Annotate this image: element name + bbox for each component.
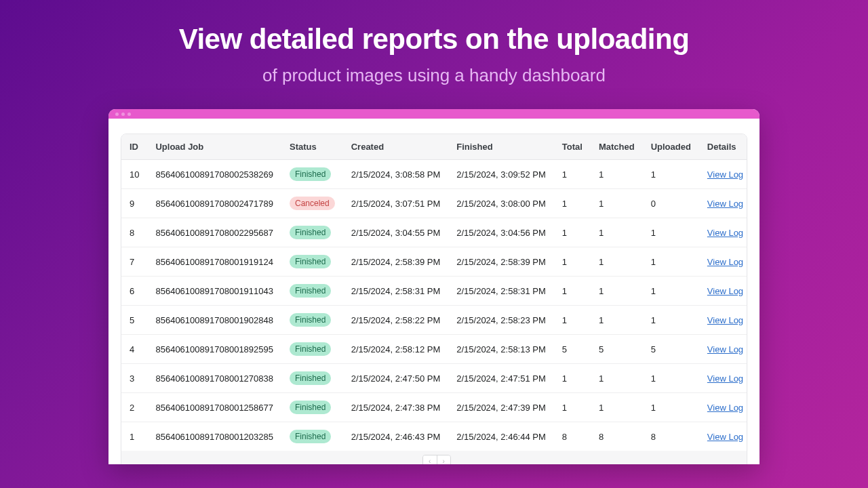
cell-details: View Log xyxy=(699,393,747,422)
view-log-link[interactable]: View Log xyxy=(707,286,743,296)
status-badge: Finished xyxy=(290,167,331,181)
cell-finished: 2/15/2024, 3:09:52 PM xyxy=(448,160,554,189)
cell-status: Finished xyxy=(281,247,343,277)
cell-id: 7 xyxy=(121,247,147,277)
table-row: 3856406100891708001270838Finished2/15/20… xyxy=(121,364,747,393)
view-log-link[interactable]: View Log xyxy=(707,403,743,413)
cell-total: 1 xyxy=(554,247,591,277)
minimize-icon xyxy=(121,113,125,116)
cell-total: 5 xyxy=(554,335,591,364)
cell-status: Canceled xyxy=(281,189,343,218)
status-badge: Finished xyxy=(290,371,331,385)
cell-status: Finished xyxy=(281,306,343,335)
cell-matched: 1 xyxy=(591,218,643,247)
cell-total: 8 xyxy=(554,422,591,451)
cell-job: 856406100891708002538269 xyxy=(147,160,281,189)
cell-status: Finished xyxy=(281,218,343,247)
cell-finished: 2/15/2024, 2:58:39 PM xyxy=(448,247,554,277)
pager-next-button[interactable]: › xyxy=(437,455,450,464)
cell-finished: 2/15/2024, 3:08:00 PM xyxy=(448,189,554,218)
status-badge: Finished xyxy=(290,342,331,356)
table-row: 4856406100891708001892595Finished2/15/20… xyxy=(121,335,747,364)
view-log-link[interactable]: View Log xyxy=(707,169,743,180)
view-log-link[interactable]: View Log xyxy=(707,257,743,267)
view-log-link[interactable]: View Log xyxy=(707,228,743,238)
cell-matched: 1 xyxy=(591,189,643,218)
col-header-id: ID xyxy=(121,134,147,160)
cell-status: Finished xyxy=(281,393,343,422)
view-log-link[interactable]: View Log xyxy=(707,432,743,442)
jobs-table-head: ID Upload Job Status Created Finished To… xyxy=(121,134,747,160)
cell-created: 2/15/2024, 2:58:12 PM xyxy=(343,335,449,364)
cell-uploaded: 1 xyxy=(643,160,699,189)
cell-uploaded: 8 xyxy=(643,422,699,451)
cell-matched: 8 xyxy=(591,422,643,451)
cell-job: 856406100891708001258677 xyxy=(147,393,281,422)
view-log-link[interactable]: View Log xyxy=(707,344,743,354)
pager-prev-button[interactable]: ‹ xyxy=(423,455,437,464)
browser-body: ID Upload Job Status Created Finished To… xyxy=(108,119,760,464)
table-row: 1856406100891708001203285Finished2/15/20… xyxy=(121,422,747,451)
cell-job: 856406100891708002471789 xyxy=(147,189,281,218)
cell-uploaded: 5 xyxy=(643,335,699,364)
jobs-table-footer: ‹ › xyxy=(121,451,747,464)
cell-job: 856406100891708001892595 xyxy=(147,335,281,364)
cell-finished: 2/15/2024, 2:58:23 PM xyxy=(448,306,554,335)
table-row: 5856406100891708001902848Finished2/15/20… xyxy=(121,306,747,335)
col-header-finished: Finished xyxy=(448,134,554,160)
cell-total: 1 xyxy=(554,306,591,335)
cell-uploaded: 1 xyxy=(643,364,699,393)
col-header-matched: Matched xyxy=(591,134,643,160)
table-row: 7856406100891708001919124Finished2/15/20… xyxy=(121,247,747,277)
status-badge: Finished xyxy=(290,313,331,327)
status-badge: Canceled xyxy=(290,197,335,210)
col-header-uploaded: Uploaded xyxy=(643,134,699,160)
chevron-right-icon: › xyxy=(442,458,444,464)
cell-status: Finished xyxy=(281,277,343,306)
cell-uploaded: 1 xyxy=(643,277,699,306)
jobs-card: ID Upload Job Status Created Finished To… xyxy=(121,134,747,464)
col-header-job: Upload Job xyxy=(147,134,281,160)
cell-details: View Log xyxy=(699,247,747,277)
cell-id: 6 xyxy=(121,277,147,306)
cell-total: 1 xyxy=(554,189,591,218)
maximize-icon xyxy=(127,113,131,116)
cell-id: 10 xyxy=(121,160,147,189)
chevron-left-icon: ‹ xyxy=(429,458,431,464)
view-log-link[interactable]: View Log xyxy=(707,315,743,325)
cell-id: 8 xyxy=(121,218,147,247)
cell-created: 2/15/2024, 2:47:50 PM xyxy=(343,364,449,393)
cell-matched: 1 xyxy=(591,247,643,277)
jobs-table-body: 10856406100891708002538269Finished2/15/2… xyxy=(121,160,747,451)
page-subhead: of product images using a handy dashboar… xyxy=(0,65,868,86)
status-badge: Finished xyxy=(290,284,331,298)
cell-total: 1 xyxy=(554,218,591,247)
status-badge: Finished xyxy=(290,401,331,414)
view-log-link[interactable]: View Log xyxy=(707,199,743,209)
view-log-link[interactable]: View Log xyxy=(707,373,743,384)
col-header-details: Details xyxy=(699,134,747,160)
cell-total: 1 xyxy=(554,393,591,422)
browser-window: ID Upload Job Status Created Finished To… xyxy=(108,109,760,464)
col-header-created: Created xyxy=(343,134,449,160)
cell-job: 856406100891708001203285 xyxy=(147,422,281,451)
cell-total: 1 xyxy=(554,364,591,393)
table-row: 6856406100891708001911043Finished2/15/20… xyxy=(121,277,747,306)
cell-finished: 2/15/2024, 3:04:56 PM xyxy=(448,218,554,247)
browser-titlebar xyxy=(108,109,760,119)
cell-created: 2/15/2024, 2:58:39 PM xyxy=(343,247,449,277)
cell-created: 2/15/2024, 3:08:58 PM xyxy=(343,160,449,189)
cell-details: View Log xyxy=(699,364,747,393)
cell-details: View Log xyxy=(699,218,747,247)
cell-created: 2/15/2024, 2:58:22 PM xyxy=(343,306,449,335)
cell-uploaded: 0 xyxy=(643,189,699,218)
col-header-total: Total xyxy=(554,134,591,160)
close-icon xyxy=(115,113,119,116)
status-badge: Finished xyxy=(290,226,331,239)
pager: ‹ › xyxy=(422,455,451,464)
cell-created: 2/15/2024, 3:04:55 PM xyxy=(343,218,449,247)
page-headline: View detailed reports on the uploading xyxy=(0,0,868,56)
table-row: 9856406100891708002471789Canceled2/15/20… xyxy=(121,189,747,218)
table-row: 10856406100891708002538269Finished2/15/2… xyxy=(121,160,747,189)
cell-job: 856406100891708001902848 xyxy=(147,306,281,335)
